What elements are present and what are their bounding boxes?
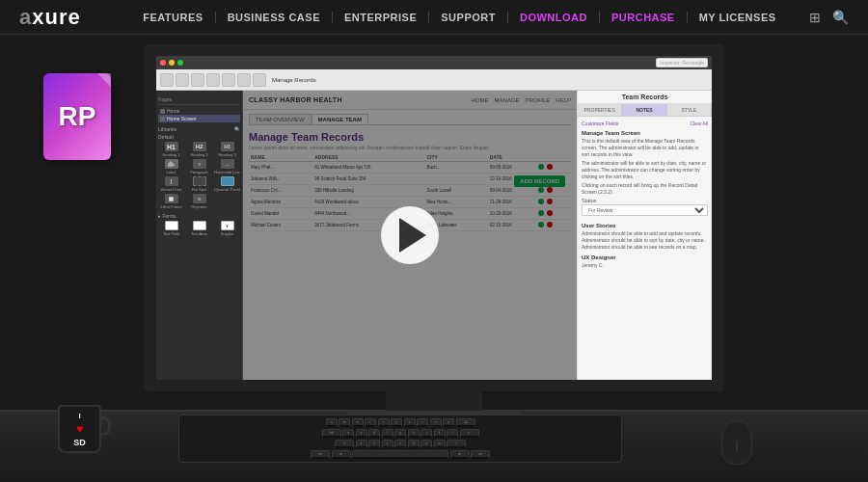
nav-enterprise[interactable]: ENTERPRISE — [333, 12, 429, 23]
rp-logo-inner: RP — [43, 73, 111, 160]
toolbar-btn-2[interactable] — [176, 73, 189, 87]
key-f: f — [382, 429, 393, 438]
nav-features[interactable]: FEATURES — [131, 12, 215, 23]
description-2: The administrator will be able to sort b… — [582, 160, 708, 180]
grid-icon[interactable]: ⊞ — [809, 10, 821, 25]
key-m: m — [434, 440, 446, 448]
monitor-screen: Manage Records Pages Home Home Screen — [145, 44, 723, 391]
description-1: This is the default view of the Manage T… — [582, 138, 708, 158]
toolbar-btn-6[interactable] — [237, 73, 251, 87]
keyboard-row-3: ⇧ z x c v b n m ⇧ — [335, 440, 466, 448]
widget-text-area: Text Area — [186, 221, 212, 236]
key-enter: ↵ — [460, 429, 479, 438]
key-u: u — [404, 418, 416, 427]
key-shift-r: ⇧ — [447, 440, 466, 448]
widget-repeater: ⊞ Repeater — [186, 194, 212, 209]
droplist-label: Droplist — [221, 231, 234, 236]
hline-icon: — — [221, 159, 234, 169]
mouse-scroll-wheel — [737, 441, 738, 452]
widget-h2: H2 Heading 2 — [186, 142, 212, 157]
text-area-label: Text Area — [191, 231, 207, 236]
h3-label: Heading 3 — [218, 152, 235, 157]
key-g: g — [394, 429, 406, 438]
key-o: o — [430, 418, 442, 427]
toolbar-btn-3[interactable] — [191, 73, 204, 87]
key-t: t — [378, 418, 390, 427]
droplist-icon: ▼ — [221, 221, 234, 230]
axure-inner-toolbar: Manage Records — [156, 69, 712, 91]
toolbar-btn-7[interactable] — [253, 73, 266, 87]
logo-a: a — [19, 5, 32, 29]
manage-records-label: Manage Records — [272, 77, 316, 83]
ux-designer-value: Jeremy C. — [582, 262, 708, 269]
libraries-search[interactable]: 🔍 — [234, 126, 240, 132]
default-label: Default — [158, 134, 240, 140]
search-icon[interactable]: 🔍 — [832, 10, 849, 25]
paragraph-label: Paragraph — [190, 170, 208, 174]
nav-download[interactable]: DOWNLOAD — [508, 12, 600, 23]
widget-text-field: Text Field — [158, 221, 184, 236]
default-text: Default — [158, 134, 174, 140]
tab-style[interactable]: STYLE — [667, 104, 712, 116]
inline-frame-icon: ⬜ — [165, 194, 178, 203]
customize-row: Customize Fields Clear All — [582, 120, 708, 126]
right-panel-tabs: PROPERTIES NOTES STYLE — [578, 104, 712, 117]
text-field-label: Text Field — [163, 231, 179, 236]
home-label: Home — [167, 108, 179, 114]
key-v: v — [394, 440, 406, 448]
label-text: Label — [167, 170, 176, 174]
key-tab: tab — [322, 429, 341, 438]
repeater-icon: ⊞ — [193, 194, 206, 203]
dynamic-panel-icon — [221, 176, 234, 186]
nav-business-case[interactable]: BUSINESS CASE — [216, 12, 333, 23]
sidebar-home-screen[interactable]: Home Screen — [158, 115, 240, 122]
h2-icon: H2 — [193, 142, 206, 151]
widget-hotspot: Hot Spot — [186, 176, 212, 192]
clear-all-link[interactable]: Clear All — [690, 120, 708, 126]
logo-xure: xure — [32, 5, 80, 29]
nav-support[interactable]: SUPPORT — [429, 12, 508, 23]
toolbar-btn-5[interactable] — [222, 73, 235, 87]
rp-logo-text: RP — [59, 101, 96, 132]
h3-icon: H3 — [221, 142, 234, 151]
keyboard-row-4: ctrl alt alt ctrl — [311, 450, 490, 459]
nav-my-licenses[interactable]: MY LICENSES — [688, 12, 788, 23]
key-k: k — [434, 429, 446, 438]
widget-h3: H3 Heading 3 — [214, 142, 240, 157]
widget-paragraph: ¶ Paragraph — [186, 159, 212, 174]
h1-label: Heading 1 — [162, 152, 179, 157]
video-overlay[interactable] — [243, 91, 577, 380]
key-p: p — [443, 418, 454, 427]
main-content: RP Manage Record — [0, 35, 868, 482]
mouse — [721, 420, 752, 465]
status-select[interactable]: For Review — [582, 204, 708, 216]
keyboard-row-1: q w e r t y u i o p ⌫ — [326, 418, 475, 427]
play-button[interactable] — [381, 206, 439, 264]
ux-designer-label: UX Designer — [582, 254, 708, 260]
mug-sd-text: SD — [73, 438, 86, 447]
toolbar-btn-1[interactable] — [160, 73, 174, 87]
dynamic-panel-label: Dynamic Panel — [214, 187, 240, 192]
key-x: x — [368, 440, 380, 448]
user-stories-text: Administrator should be able to add and … — [582, 230, 708, 251]
customize-fields-link[interactable]: Customize Fields — [582, 120, 618, 126]
libraries-header: Libraries 🔍 — [158, 126, 240, 132]
logo-area: axure — [19, 5, 81, 30]
key-y: y — [391, 418, 402, 427]
right-panel-title: Team Records — [578, 91, 712, 104]
tab-notes[interactable]: NOTES — [622, 104, 666, 116]
sidebar-home[interactable]: Home — [158, 107, 240, 115]
widget-vline: | Vertical Line — [158, 176, 184, 192]
mug-i-text: I — [78, 412, 80, 420]
toolbar-btn-4[interactable] — [206, 73, 220, 87]
key-alt-r: alt — [450, 450, 470, 459]
status-section-label: Status — [582, 198, 708, 203]
forms-text: ▸ Forms — [158, 213, 176, 219]
text-field-icon — [165, 221, 178, 230]
nav-purchase[interactable]: PURCHASE — [600, 12, 688, 23]
screen-body: Pages Home Home Screen Libraries — [156, 91, 712, 380]
label-icon — [165, 159, 178, 169]
widget-h1: H1 Heading 1 — [158, 142, 184, 157]
h1-icon: H1 — [165, 142, 178, 151]
tab-properties[interactable]: PROPERTIES — [578, 104, 622, 116]
